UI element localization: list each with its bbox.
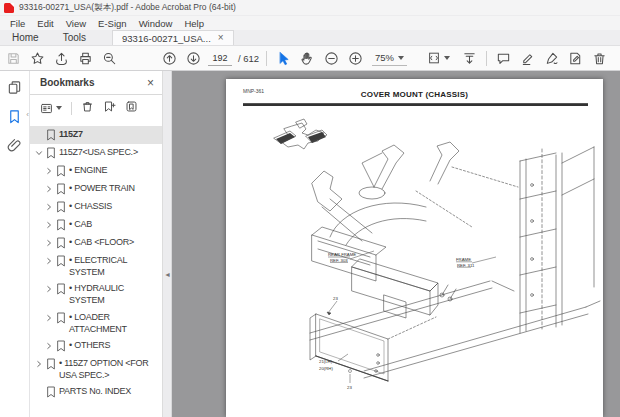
printer-icon	[78, 51, 93, 66]
favorite-star-button[interactable]	[26, 48, 48, 68]
bookmark-item-115z7-usa-spec[interactable]: 115Z7<USA SPEC.>	[30, 144, 162, 162]
menu-bar: File Edit View E-Sign Window Help	[0, 16, 620, 30]
chevron-down-icon	[56, 106, 62, 110]
select-tool-button[interactable]	[272, 48, 294, 68]
zoom-level-dropdown[interactable]: 75%	[372, 50, 407, 66]
bookmark-item-electrical-system[interactable]: • ELECTRICAL SYSTEM	[30, 252, 162, 280]
tab-document[interactable]: 93316-00271_USA... ×	[112, 30, 234, 45]
delete-button[interactable]	[588, 48, 610, 68]
bookmark-icon	[54, 237, 67, 249]
page-fit-dropdown[interactable]	[424, 48, 452, 68]
tab-close-icon[interactable]: ×	[218, 33, 224, 43]
tab-tools[interactable]: Tools	[51, 30, 98, 45]
highlight-button[interactable]	[516, 48, 538, 68]
main-toolbar: / 612 75%	[0, 46, 620, 71]
previous-page-button[interactable]	[158, 48, 180, 68]
chevron-down-icon[interactable]	[34, 147, 44, 159]
zoom-out-button[interactable]	[320, 48, 342, 68]
panel-splitter[interactable]: ◄	[163, 71, 172, 417]
bookmark-item-others[interactable]: • OTHERS	[30, 337, 162, 355]
comment-button[interactable]	[492, 48, 514, 68]
tab-home[interactable]: Home	[0, 30, 51, 45]
scroll-mode-button[interactable]	[458, 48, 480, 68]
page-thumbnails-button[interactable]	[7, 79, 23, 95]
bookmark-icon	[54, 283, 67, 295]
new-bookmark-button[interactable]	[103, 99, 116, 117]
chevron-right-icon[interactable]	[44, 283, 54, 295]
hand-tool-button[interactable]	[296, 48, 318, 68]
zoom-in-button[interactable]	[344, 48, 366, 68]
menu-file[interactable]: File	[4, 18, 31, 29]
hand-icon	[300, 51, 315, 66]
bookmark-item-parts-no-index[interactable]: PARTS No. INDEX	[30, 383, 162, 401]
bookmark-item-power-train[interactable]: • POWER TRAIN	[30, 180, 162, 198]
acrobat-window: 93316-00271_USA(製本).pdf - Adobe Acrobat …	[0, 0, 620, 417]
bookmark-item-chassis[interactable]: • CHASSIS	[30, 198, 162, 216]
arrow-up-circle-icon	[162, 51, 177, 66]
share-button[interactable]	[50, 48, 72, 68]
next-page-button[interactable]	[182, 48, 204, 68]
bookmark-item-115z7[interactable]: 115Z7	[30, 126, 162, 144]
chevron-right-icon[interactable]	[44, 312, 54, 324]
attachments-panel-button[interactable]	[7, 137, 23, 153]
chevron-right-icon[interactable]	[44, 201, 54, 213]
menu-help[interactable]: Help	[178, 18, 210, 29]
bookmark-icon	[44, 147, 57, 159]
chevron-right-icon[interactable]	[34, 358, 44, 370]
trash-icon	[592, 51, 607, 66]
pages-icon	[7, 80, 22, 95]
chevron-right-icon[interactable]	[44, 255, 54, 267]
menu-window[interactable]: Window	[133, 18, 179, 29]
cursor-arrow-icon	[276, 51, 291, 66]
title-bar: 93316-00271_USA(製本).pdf - Adobe Acrobat …	[0, 0, 620, 16]
expand-bookmark-button[interactable]	[125, 99, 138, 117]
save-button[interactable]	[2, 48, 24, 68]
fill-sign-button[interactable]	[564, 48, 586, 68]
chevron-right-icon[interactable]	[44, 340, 54, 352]
chevron-right-icon[interactable]	[44, 219, 54, 231]
callout-23-top: 23	[333, 296, 338, 301]
bookmark-item-cab-floor[interactable]: • CAB <FLOOR>	[30, 234, 162, 252]
panel-toolbar-divider	[71, 102, 72, 115]
navigation-icon-strip: ‹	[0, 71, 30, 417]
chevron-spacer	[34, 129, 44, 141]
bookmark-item-115z7-option[interactable]: • 115Z7 OPTION <FOR USA SPEC.>	[30, 355, 162, 383]
menu-view[interactable]: View	[60, 18, 92, 29]
chevron-right-icon[interactable]	[44, 183, 54, 195]
page-pen-icon	[568, 51, 583, 66]
menu-edit[interactable]: Edit	[31, 18, 59, 29]
label-rear-frame: REAR FRAME	[328, 252, 356, 257]
bookmarks-panel-header: Bookmarks ×	[30, 71, 162, 95]
zoom-level-value: 75%	[375, 52, 394, 63]
bookmarks-panel-button[interactable]	[7, 108, 23, 124]
chevron-down-icon	[398, 56, 404, 60]
title-rule	[243, 103, 588, 106]
print-button[interactable]	[74, 48, 96, 68]
pdf-page: MNP-361 COVER MOUNT (CHASSIS)	[226, 79, 603, 417]
bookmark-item-loader-attachment[interactable]: • LOADER ATTACHMENT	[30, 309, 162, 337]
scrolling-pages-icon	[462, 51, 477, 66]
trash-icon	[81, 100, 94, 113]
menu-esign[interactable]: E-Sign	[92, 18, 133, 29]
bookmark-item-cab[interactable]: • CAB	[30, 216, 162, 234]
chevron-right-icon[interactable]	[44, 237, 54, 249]
panel-collapse-handle-icon[interactable]: ◄	[164, 271, 171, 278]
delete-bookmark-button[interactable]	[81, 99, 94, 117]
star-icon	[30, 51, 45, 66]
panel-close-icon[interactable]: ×	[147, 77, 154, 89]
options-list-icon	[40, 102, 53, 115]
chevron-right-icon[interactable]	[44, 165, 54, 177]
callout-23-bolt: 23	[347, 385, 352, 390]
find-button[interactable]	[98, 48, 120, 68]
arrow-down-circle-icon	[186, 51, 201, 66]
pdf-file-icon	[4, 3, 14, 13]
comment-bubble-icon	[496, 51, 511, 66]
bookmark-options-button[interactable]	[40, 102, 62, 115]
chevron-spacer	[34, 386, 44, 398]
sign-button[interactable]	[540, 48, 562, 68]
search-icon	[102, 51, 117, 66]
document-view[interactable]: MNP-361 COVER MOUNT (CHASSIS)	[172, 71, 620, 417]
bookmark-item-hydraulic-system[interactable]: • HYDRAULIC SYSTEM	[30, 280, 162, 308]
page-number-input[interactable]	[208, 50, 232, 66]
bookmark-item-engine[interactable]: • ENGINE	[30, 162, 162, 180]
